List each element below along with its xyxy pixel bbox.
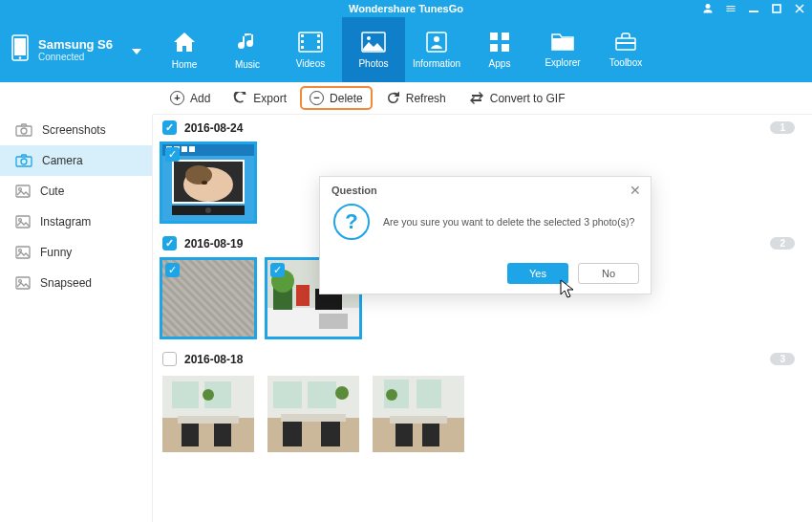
sidebar-item-funny[interactable]: Funny: [0, 237, 152, 268]
dialog-yes-button[interactable]: Yes: [507, 263, 568, 284]
svg-rect-38: [182, 146, 187, 152]
convert-icon: [469, 92, 484, 104]
sidebar-item-snapseed[interactable]: Snapseed: [0, 268, 152, 298]
photo-thumb[interactable]: [162, 376, 254, 452]
nav-explorer[interactable]: Explorer: [531, 17, 594, 82]
sidebar-item-camera[interactable]: Camera: [0, 145, 152, 176]
svg-point-28: [19, 188, 22, 191]
svg-rect-22: [616, 42, 635, 44]
btn-label: Add: [190, 92, 210, 105]
sidebar-item-instagram[interactable]: Instagram: [0, 207, 152, 237]
photo-thumb[interactable]: [267, 376, 359, 452]
group-checkbox[interactable]: [162, 352, 177, 366]
svg-rect-33: [16, 277, 30, 289]
svg-rect-58: [178, 416, 239, 424]
svg-rect-68: [321, 422, 340, 446]
nav-home[interactable]: Home: [153, 17, 216, 82]
nav-videos[interactable]: Videos: [279, 17, 342, 82]
svg-rect-64: [273, 381, 302, 408]
svg-rect-29: [16, 216, 30, 228]
btn-label: No: [602, 268, 615, 279]
group-header[interactable]: 2016-08-18 3: [162, 346, 802, 372]
svg-rect-19: [502, 44, 509, 52]
chevron-down-icon: [132, 41, 141, 58]
check-icon: ✓: [165, 263, 180, 277]
photo-thumb[interactable]: ✓: [162, 144, 254, 221]
delete-button[interactable]: −Delete: [300, 86, 373, 110]
title-bar: Wondershare TunesGo: [0, 0, 812, 17]
group-checkbox[interactable]: [162, 120, 177, 135]
svg-point-26: [21, 159, 27, 164]
svg-point-4: [19, 56, 22, 59]
svg-point-34: [19, 280, 22, 283]
group-date: 2016-08-19: [184, 237, 243, 250]
nav-information[interactable]: Information: [405, 17, 468, 82]
nav-label: Explorer: [545, 57, 580, 68]
add-button[interactable]: +Add: [160, 86, 220, 110]
nav-apps[interactable]: Apps: [468, 17, 531, 82]
svg-rect-1: [773, 5, 780, 12]
refresh-button[interactable]: Refresh: [376, 86, 456, 110]
photo-thumb[interactable]: [373, 376, 464, 452]
sidebar-item-cute[interactable]: Cute: [0, 176, 152, 207]
device-selector[interactable]: Samsung S6 Connected: [0, 17, 153, 82]
close-icon[interactable]: [793, 2, 806, 15]
sidebar-item-screenshots[interactable]: Screenshots: [0, 115, 152, 145]
svg-rect-7: [301, 40, 304, 43]
svg-point-61: [203, 389, 214, 401]
group-count: 2: [770, 237, 795, 250]
nav-label: Music: [235, 59, 260, 70]
photo-thumb[interactable]: ✓: [162, 260, 254, 337]
btn-label: Export: [253, 92, 287, 105]
svg-rect-9: [317, 34, 320, 37]
nav-photos[interactable]: Photos: [342, 17, 405, 82]
svg-point-30: [19, 219, 22, 222]
minimize-icon[interactable]: [747, 2, 760, 15]
dialog-no-button[interactable]: No: [578, 263, 639, 284]
nav-label: Apps: [489, 58, 511, 69]
maximize-icon[interactable]: [770, 2, 783, 15]
export-button[interactable]: Export: [224, 87, 296, 110]
minus-icon: −: [310, 91, 324, 105]
group-count: 1: [770, 121, 795, 134]
svg-rect-6: [301, 34, 304, 37]
svg-rect-31: [16, 247, 30, 258]
main-nav: Home Music Videos Photos Information App…: [153, 17, 812, 82]
sidebar-label: Screenshots: [42, 123, 106, 137]
menu-icon[interactable]: [724, 2, 737, 15]
svg-point-32: [19, 250, 22, 252]
group-checkbox[interactable]: [162, 236, 177, 250]
svg-point-43: [185, 165, 212, 185]
check-icon: ✓: [270, 263, 285, 277]
nav-label: Information: [413, 58, 460, 69]
confirm-dialog: Question ✕ ? Are you sure you want to de…: [319, 176, 652, 294]
refresh-icon: [386, 91, 400, 105]
svg-rect-60: [214, 424, 231, 446]
svg-point-24: [21, 128, 27, 134]
svg-rect-66: [281, 414, 346, 422]
svg-rect-8: [301, 46, 304, 49]
nav-toolbox[interactable]: Toolbox: [594, 17, 657, 82]
nav-music[interactable]: Music: [216, 17, 279, 82]
svg-rect-56: [172, 381, 199, 408]
group-count: 3: [770, 353, 795, 365]
svg-point-77: [386, 389, 397, 401]
svg-rect-67: [283, 422, 302, 446]
nav-label: Videos: [296, 58, 325, 69]
svg-rect-75: [395, 424, 413, 446]
sidebar-label: Instagram: [40, 215, 91, 228]
svg-rect-18: [490, 44, 498, 52]
group-header[interactable]: 2016-08-24 1: [162, 115, 802, 141]
svg-rect-11: [317, 46, 320, 49]
user-icon[interactable]: [701, 2, 715, 15]
svg-rect-3: [14, 38, 26, 55]
svg-rect-59: [182, 424, 199, 446]
device-info: Samsung S6 Connected: [38, 38, 113, 62]
svg-rect-0: [749, 11, 759, 12]
svg-rect-73: [417, 380, 441, 408]
svg-rect-65: [308, 381, 336, 408]
svg-rect-63: [267, 418, 359, 452]
svg-rect-16: [490, 33, 498, 40]
dialog-close-button[interactable]: ✕: [630, 183, 641, 198]
convert-gif-button[interactable]: Convert to GIF: [459, 87, 575, 110]
